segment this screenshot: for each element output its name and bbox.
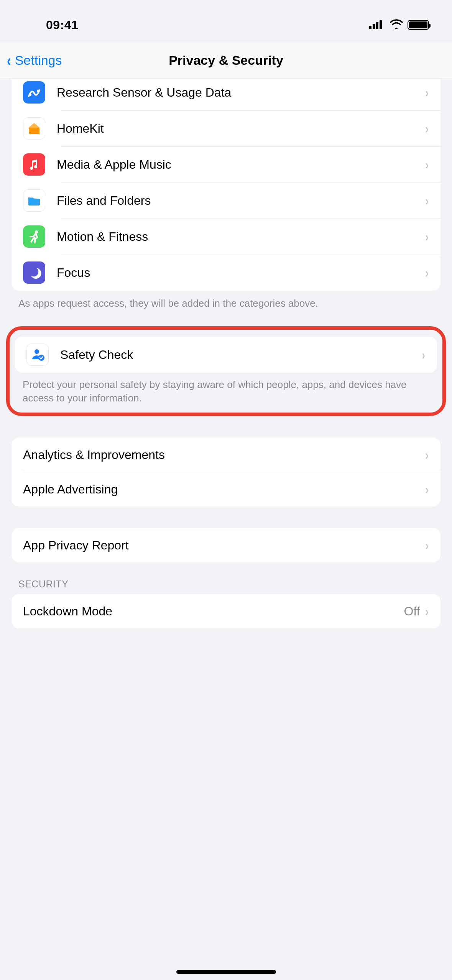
row-media-apple-music[interactable]: Media & Apple Music › (12, 146, 440, 183)
chevron-right-icon: › (425, 604, 428, 619)
row-label: Apple Advertising (23, 482, 425, 497)
back-label: Settings (15, 53, 62, 68)
cellular-icon (369, 19, 385, 31)
chevron-left-icon: ‹ (7, 52, 11, 69)
security-header: Security (0, 562, 452, 594)
row-label: Files and Folders (57, 194, 425, 208)
homekit-icon (23, 117, 45, 140)
row-motion-fitness[interactable]: Motion & Fitness › (12, 219, 440, 255)
row-apple-advertising[interactable]: Apple Advertising › (12, 472, 440, 506)
chevron-right-icon: › (425, 193, 428, 208)
row-lockdown-mode[interactable]: Lockdown Mode Off › (12, 594, 440, 628)
focus-icon (23, 261, 45, 284)
chevron-right-icon: › (425, 482, 428, 497)
safety-group: Safety Check › (15, 337, 437, 373)
status-indicators (369, 19, 437, 31)
row-label: Analytics & Improvements (23, 448, 425, 462)
svg-rect-6 (373, 24, 375, 29)
access-footer: As apps request access, they will be add… (0, 291, 452, 316)
safety-check-highlight: Safety Check › Protect your personal saf… (6, 326, 446, 416)
analytics-group: Analytics & Improvements › Apple Adverti… (12, 437, 440, 506)
svg-point-11 (35, 349, 39, 354)
chevron-right-icon: › (425, 121, 428, 136)
chevron-right-icon: › (425, 85, 428, 100)
research-sensor-icon (23, 81, 45, 104)
nav-bar: ‹ Settings Privacy & Security (0, 42, 452, 79)
chevron-right-icon: › (425, 265, 428, 280)
row-label: Motion & Fitness (57, 230, 425, 244)
motion-fitness-icon (23, 225, 45, 248)
row-files-folders[interactable]: Files and Folders › (12, 183, 440, 219)
row-label: Research Sensor & Usage Data (57, 86, 425, 100)
back-button[interactable]: ‹ Settings (0, 52, 62, 69)
row-app-privacy-report[interactable]: App Privacy Report › (12, 528, 440, 562)
svg-point-8 (29, 94, 31, 96)
safety-check-icon (26, 344, 49, 366)
battery-icon (408, 20, 429, 30)
chevron-right-icon: › (422, 347, 425, 362)
home-indicator[interactable] (176, 970, 276, 974)
row-value: Off (404, 604, 420, 618)
chevron-right-icon: › (425, 447, 428, 462)
row-label: Focus (57, 266, 425, 280)
svg-rect-7 (376, 22, 378, 29)
svg-rect-3 (380, 20, 382, 29)
row-label: Media & Apple Music (57, 158, 425, 172)
page-title: Privacy & Security (0, 53, 452, 68)
status-time: 09:41 (15, 18, 78, 32)
svg-point-9 (37, 90, 39, 92)
row-label: Safety Check (60, 348, 421, 362)
status-bar: 09:41 (0, 0, 452, 42)
row-homekit[interactable]: HomeKit › (12, 110, 440, 146)
row-analytics[interactable]: Analytics & Improvements › (12, 437, 440, 472)
settings-scroll[interactable]: Research Sensor & Usage Data › HomeKit ›… (0, 79, 452, 659)
row-label: Lockdown Mode (23, 604, 404, 618)
wifi-icon (390, 19, 403, 31)
privacy-report-group: App Privacy Report › (12, 528, 440, 562)
row-label: App Privacy Report (23, 538, 425, 552)
row-safety-check[interactable]: Safety Check › (15, 337, 437, 373)
chevron-right-icon: › (425, 157, 428, 172)
chevron-right-icon: › (425, 538, 428, 553)
row-focus[interactable]: Focus › (12, 255, 440, 291)
security-group: Lockdown Mode Off › (12, 594, 440, 628)
row-label: HomeKit (57, 122, 425, 136)
chevron-right-icon: › (425, 229, 428, 244)
apple-music-icon (23, 153, 45, 176)
svg-rect-5 (369, 26, 371, 29)
safety-footer: Protect your personal safety by staying … (10, 373, 442, 408)
row-research-sensor[interactable]: Research Sensor & Usage Data › (12, 79, 440, 110)
files-folders-icon (23, 189, 45, 212)
access-group: Research Sensor & Usage Data › HomeKit ›… (12, 79, 440, 291)
